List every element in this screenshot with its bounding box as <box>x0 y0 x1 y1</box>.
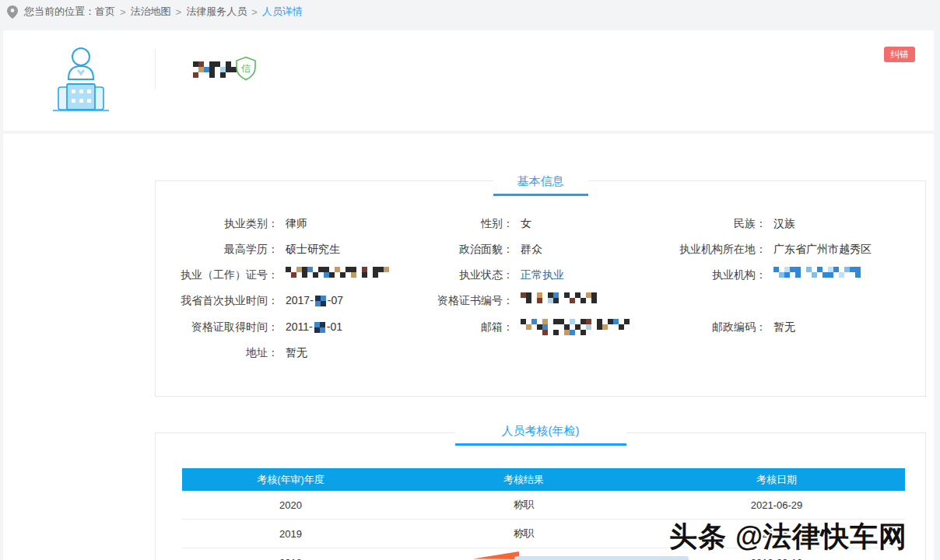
location-pin-icon <box>7 5 18 19</box>
censored-license-number <box>286 267 389 278</box>
breadcrumb-separator: > <box>120 6 126 18</box>
cell-result: 称职 <box>399 491 648 520</box>
cell-result: 称职 <box>399 520 648 548</box>
assessment-table: 考核(年审)年度 考核结果 考核日期 2020 称职 2021-06-29 20… <box>182 468 905 560</box>
breadcrumb-current-person-detail: 人员详情 <box>262 5 303 19</box>
tab-assessment[interactable]: 人员考核(年检) <box>455 423 626 446</box>
field-first-practice-date: 我省首次执业时间： 2017- -07 <box>170 292 343 309</box>
cell-date: 2020-06-28 <box>648 520 905 548</box>
field-qualification-number: 资格证书编号： <box>405 292 602 309</box>
assessment-panel: 人员考核(年检) 考核(年审)年度 考核结果 考核日期 2020 称职 2021… <box>155 432 926 560</box>
breadcrumb-prefix: 您当前的位置： <box>24 5 95 19</box>
field-practice-category: 执业类别： 律师 <box>170 215 307 232</box>
table-row: 2019 称职 2020-06-28 <box>182 520 905 548</box>
breadcrumb-legal-service-personnel[interactable]: 法律服务人员 <box>186 5 247 19</box>
assessment-header-row: 考核(年审)年度 考核结果 考核日期 <box>182 468 905 491</box>
breadcrumb-separator: > <box>176 6 182 18</box>
breadcrumb-separator: > <box>251 6 258 18</box>
censored-qualification-number <box>521 292 602 303</box>
censored-person-name <box>193 61 237 78</box>
credit-badge-icon: 信 <box>235 56 257 84</box>
field-address: 地址： 暂无 <box>170 345 307 361</box>
col-assessment-result: 考核结果 <box>399 468 648 491</box>
clipped-element-edge <box>514 556 689 560</box>
censored-org-link[interactable] <box>773 267 866 278</box>
field-org-location: 执业机构所在地： 广东省广州市越秀区 <box>658 241 872 257</box>
col-assessment-date: 考核日期 <box>648 468 905 491</box>
field-ethnicity: 民族： 汉族 <box>658 215 795 232</box>
col-assessment-year: 考核(年审)年度 <box>182 468 399 491</box>
censored-month <box>315 296 326 306</box>
field-license-number: 执业（工作）证号： <box>170 267 389 283</box>
cell-date: 2021-06-29 <box>648 491 905 520</box>
field-gender: 性别： 女 <box>405 215 531 232</box>
cell-year: 2019 <box>182 520 399 548</box>
field-practice-status: 执业状态： 正常执业 <box>405 267 564 283</box>
field-postal-code: 邮政编码： 暂无 <box>658 319 795 335</box>
header-divider <box>155 49 156 89</box>
main-content-card: 基本信息 执业类别： 律师 性别： 女 民族： 汉族 最高学历： 硕士研究生 政… <box>3 134 934 560</box>
lawyer-avatar-illustration <box>48 45 114 117</box>
field-qualification-date: 资格证取得时间： 2011- -01 <box>170 319 342 335</box>
breadcrumb-law-map[interactable]: 法治地图 <box>131 5 171 19</box>
table-row: 2020 称职 2021-06-29 <box>182 491 905 520</box>
error-correction-button[interactable]: 纠错 <box>884 47 915 62</box>
censored-month <box>314 322 325 333</box>
credit-badge-char: 信 <box>241 63 251 74</box>
breadcrumb: 您当前的位置： 首页 > 法治地图 > 法律服务人员 > 人员详情 <box>0 0 940 23</box>
cell-year: 2018 <box>182 548 399 560</box>
profile-header-card: 信 纠错 <box>3 30 934 131</box>
censored-email <box>521 319 635 335</box>
breadcrumb-home[interactable]: 首页 <box>95 5 115 19</box>
field-practice-org: 执业机构： <box>658 267 866 283</box>
cell-year: 2020 <box>182 491 399 520</box>
field-email: 邮箱： <box>405 319 635 335</box>
field-education: 最高学历： 硕士研究生 <box>170 241 340 257</box>
basic-info-panel: 基本信息 <box>155 180 926 397</box>
field-political-status: 政治面貌： 群众 <box>405 241 542 257</box>
tab-basic-info[interactable]: 基本信息 <box>493 173 588 196</box>
